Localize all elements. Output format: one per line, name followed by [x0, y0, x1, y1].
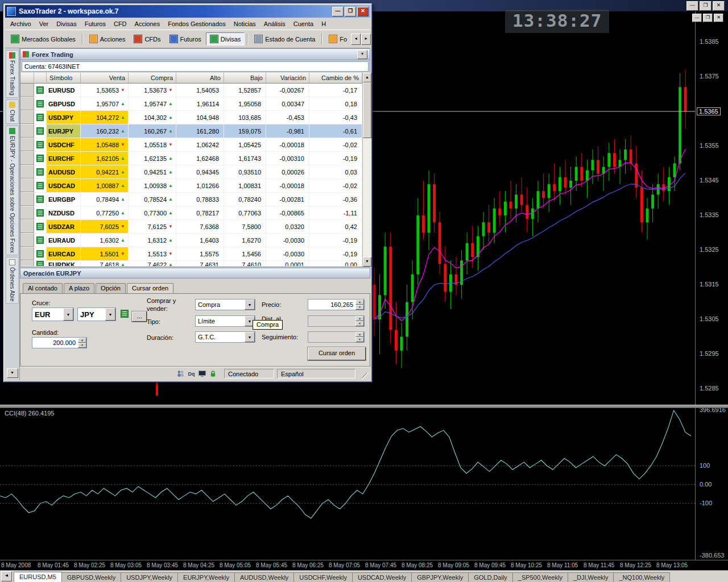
toolbar-button-futuros[interactable]: Futuros: [166, 32, 205, 45]
dq-icon[interactable]: Dq: [186, 369, 197, 379]
venta-cell[interactable]: 0,77250▲: [81, 206, 129, 219]
venta-cell[interactable]: 0,94221▲: [81, 165, 129, 178]
seguimiento-stepper[interactable]: ▲▼: [355, 332, 364, 342]
chart-tab-gbpusd-weekly[interactable]: GBPUSD,Weekly: [61, 572, 121, 582]
resize-grip[interactable]: [362, 373, 369, 379]
chevron-down-icon[interactable]: ▼: [245, 332, 255, 342]
side-select[interactable]: Compra ▼: [195, 299, 255, 310]
close-button[interactable]: ✕: [357, 7, 369, 16]
chart-minimize-button[interactable]: —: [692, 14, 702, 22]
quote-row-nzdusd[interactable]: NZDUSD0,77250▲0,77300▲0,782170,77063-0,0…: [20, 206, 362, 220]
more-options-button[interactable]: ...: [132, 311, 147, 322]
menu-item-h[interactable]: H: [317, 19, 330, 29]
quote-row-eurcad[interactable]: EURCAD1,5501▼1,5513▼1,55751,5456-0,0030-…: [20, 247, 362, 261]
dist-stepper[interactable]: ▲▼: [355, 316, 364, 326]
chevron-down-icon[interactable]: ▼: [63, 308, 73, 321]
quote-row-usdchf[interactable]: USDCHF1,05488▼1,05518▼1,062421,05425-0,0…: [20, 138, 362, 152]
chart-tab-dji-weekly[interactable]: _DJI,Weekly: [568, 572, 614, 582]
quote-row-usdjpy[interactable]: USDJPY104,272▲104,302▲104,948103,685-0,4…: [20, 111, 362, 124]
menu-item-noticias[interactable]: Noticias: [230, 19, 260, 29]
chart-tab-usdcad-weekly[interactable]: USDCAD,Weekly: [352, 572, 412, 582]
row-selector[interactable]: [20, 111, 34, 124]
compra-cell[interactable]: 1,5513▼: [129, 247, 176, 260]
compra-cell[interactable]: 1,6312▲: [129, 234, 176, 247]
chart-tab-eurusd-m5[interactable]: EURUSD,M5: [14, 572, 62, 582]
duration-select[interactable]: G.T.C. ▼: [195, 331, 255, 343]
compra-cell[interactable]: 1,95747▲: [129, 97, 176, 110]
chart-tab-usdjpy-weekly[interactable]: USDJPY,Weekly: [121, 572, 178, 582]
chart-tab-nq100-weekly[interactable]: _NQ100,Weekly: [613, 572, 670, 582]
chart-tab-gbpjpy-weekly[interactable]: GBPJPY,Weekly: [411, 572, 469, 582]
close-button[interactable]: ✕: [713, 1, 725, 11]
scroll-down-button[interactable]: ▼: [363, 257, 371, 267]
row-selector[interactable]: [20, 206, 34, 219]
precio-input[interactable]: 160,265 ▲▼: [308, 299, 365, 310]
chart-tab-eurjpy-weekly[interactable]: EURJPY,Weekly: [177, 572, 235, 582]
toolbar-button-divisas[interactable]: Divisas: [206, 32, 245, 45]
venta-cell[interactable]: 1,00887▲: [81, 179, 129, 192]
row-selector[interactable]: [20, 138, 34, 151]
row-selector[interactable]: [20, 84, 34, 97]
quote-row-euraud[interactable]: EURAUD1,6302▲1,6312▲1,64031,6270-0,0030-…: [20, 234, 362, 247]
column-header-compra[interactable]: Compra: [129, 73, 176, 84]
venta-cell[interactable]: 1,6302▲: [81, 234, 129, 247]
venta-cell[interactable]: 1,62105▲: [81, 152, 129, 165]
order-tab-cursar-orden[interactable]: Cursar orden: [127, 283, 173, 294]
venta-cell[interactable]: 160,232▲: [81, 124, 129, 138]
toolbar-button-acciones[interactable]: Acciones: [85, 32, 130, 45]
toolbar-scroll-right-button[interactable]: ►: [361, 34, 371, 45]
dist-input[interactable]: ▲▼: [308, 315, 365, 327]
scroll-up-button[interactable]: ▲: [363, 73, 371, 82]
quote-row-eurjpy[interactable]: EURJPY160,232▲160,267▲161,280159,075-0,9…: [20, 124, 362, 138]
cantidad-input[interactable]: 200.000 ▲▼: [32, 337, 87, 348]
venta-cell[interactable]: 1,53653▼: [81, 84, 129, 97]
quote-row-usdcad[interactable]: USDCAD1,00887▲1,00938▲1,012661,00831-0,0…: [20, 179, 362, 193]
order-tab-a-plazo[interactable]: A plazo: [64, 283, 94, 293]
toolbar-scroll-left-button[interactable]: ◄: [351, 34, 361, 45]
panel-menu-button[interactable]: ▼: [357, 50, 367, 59]
venta-cell[interactable]: 1,95707▲: [81, 97, 129, 110]
row-selector[interactable]: [20, 193, 34, 206]
chart-tab-audusd-weekly[interactable]: AUDUSD,Weekly: [234, 572, 294, 582]
scrollbar-thumb[interactable]: [363, 82, 371, 138]
venta-cell[interactable]: 104,272▲: [81, 111, 129, 124]
chevron-down-icon[interactable]: ▼: [245, 300, 255, 310]
window-titlebar[interactable]: SaxoTrader 2 - workspace.ok.7 — ❐ ✕: [5, 5, 370, 18]
compra-cell[interactable]: 7,4622▲: [129, 261, 176, 267]
sidebar-tab-forex-trading[interactable]: Forex Trading: [6, 50, 19, 98]
compra-cell[interactable]: 7,6125▼: [129, 220, 176, 233]
venta-cell[interactable]: 1,05488▼: [81, 138, 129, 151]
row-selector[interactable]: [20, 97, 34, 110]
toolbar-button-mercados-globales[interactable]: Mercados Globales: [7, 32, 80, 45]
scrollbar-track[interactable]: [363, 82, 371, 257]
row-selector[interactable]: [20, 124, 34, 138]
chart-tab-sp500-weekly[interactable]: _SP500,Weekly: [512, 572, 568, 582]
cci-indicator-panel[interactable]: [0, 407, 695, 560]
cursar-orden-button[interactable]: Cursar orden: [308, 347, 366, 360]
quote-row-eurgbp[interactable]: EURGBP0,78494▲0,78524▲0,788330,78240-0,0…: [20, 193, 362, 206]
row-selector[interactable]: [20, 247, 34, 260]
venta-cell[interactable]: 1,5501▼: [81, 247, 129, 260]
maximize-button[interactable]: ❐: [345, 7, 356, 16]
menu-item-cfd[interactable]: CFD: [110, 19, 131, 29]
toolbar-button-fo[interactable]: Fo: [325, 32, 351, 45]
order-tab-opci-n[interactable]: Opción: [96, 283, 126, 293]
currency2-select[interactable]: JPY ▼: [77, 307, 116, 321]
menu-item-cuenta[interactable]: Cuenta: [289, 19, 317, 29]
maximize-button[interactable]: ❐: [700, 1, 712, 11]
row-selector[interactable]: [20, 152, 34, 165]
menu-item-fondos-gestionados[interactable]: Fondos Gestionados: [164, 19, 230, 29]
secure-lock-icon[interactable]: [208, 369, 218, 379]
row-selector[interactable]: [20, 234, 34, 247]
compra-cell[interactable]: 1,62135▲: [129, 152, 176, 165]
connection-icon[interactable]: [197, 369, 208, 379]
minimize-button[interactable]: —: [332, 7, 344, 16]
quote-row-eurdkk[interactable]: EURDKK7,4618▲7,4622▲7,46317,46100,00010,…: [20, 261, 362, 267]
quote-row-audusd[interactable]: AUDUSD0,94221▲0,94251▲0,943450,935100,00…: [20, 165, 362, 179]
compra-cell[interactable]: 0,78524▲: [129, 193, 176, 206]
chart-tab-gold-daily[interactable]: GOLD,Daily: [468, 572, 513, 582]
chart-restore-button[interactable]: ❐: [703, 14, 713, 22]
compra-cell[interactable]: 0,77300▲: [129, 206, 176, 219]
menu-item-divisas[interactable]: Divisas: [52, 19, 80, 29]
precio-stepper[interactable]: ▲▼: [355, 300, 364, 310]
